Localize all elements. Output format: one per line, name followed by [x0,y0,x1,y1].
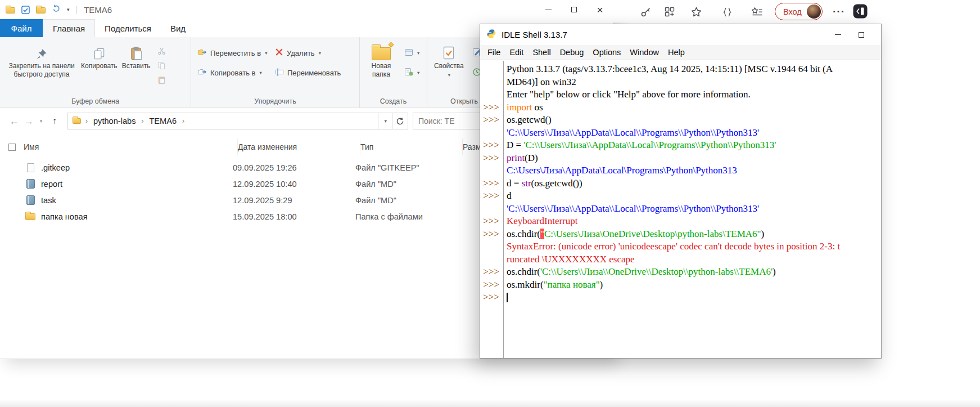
shell-prompt: >>> [480,291,503,305]
breadcrumb-chevron-icon: › [140,117,144,125]
breadcrumb-item[interactable]: ТЕМА6 [146,117,180,126]
rename-button[interactable]: Переименовать [273,66,352,79]
titlebar-separator: | [76,5,78,14]
history-dropdown-icon[interactable]: ▾ [36,118,46,124]
file-name: .gitkeep [36,163,233,172]
pin-to-quick-access-button[interactable]: Закрепить на панели быстрого доступа [4,41,79,80]
address-bar[interactable]: ›python-labs›ТЕМА6› ▾ [67,113,392,129]
delete-label: Удалить [287,49,315,57]
signin-button[interactable]: Вход [775,3,823,20]
shell-prompt: >>> [480,279,503,292]
shell-prompt: >>> [480,139,503,152]
address-dropdown-icon[interactable]: ▾ [378,113,392,129]
favorites-bar-icon[interactable] [750,5,764,19]
maximize-button[interactable] [561,0,587,19]
idle-titlebar[interactable]: IDLE Shell 3.13.7 [480,24,881,45]
column-type[interactable]: Тип [360,138,462,155]
easy-access-button[interactable]: ▾ [403,66,421,79]
md-icon [25,179,36,189]
close-button[interactable]: × [587,0,613,19]
file-modified: 12.09.2025 10:40 [233,180,355,189]
delete-icon [275,48,283,58]
properties-quick-icon[interactable] [21,6,30,14]
paste-shortcut-icon[interactable] [157,76,166,87]
chevron-down-icon: ▾ [417,70,419,75]
idle-minimize-button[interactable] [826,24,850,45]
up-button[interactable]: ↑ [46,116,63,126]
tab-file[interactable]: Файл [0,19,43,37]
pin-label: Закрепить на панели быстрого доступа [7,62,76,79]
cut-icon[interactable] [157,47,166,57]
idle-window-title: IDLE Shell 3.13.7 [502,30,567,39]
breadcrumb-chevron-icon: › [181,117,186,125]
new-folder-quick-icon[interactable] [36,7,46,14]
breadcrumb: ›python-labs›ТЕМА6› [84,117,378,126]
file-modified: 15.09.2025 18:00 [233,212,355,221]
explorer-window-title: ТЕМА6 [84,5,112,15]
favorites-icon[interactable] [689,5,703,19]
tab-view[interactable]: Вид [161,19,195,37]
group-label-create: Создать [360,97,427,105]
file-name: task [36,196,233,205]
minimize-button[interactable] [535,0,561,19]
menu-options[interactable]: Options [588,48,625,57]
paste-button[interactable]: Вставить [120,41,153,72]
shell-line: >>>d [480,190,881,203]
shell-prompt [480,203,503,216]
shell-prompt: >>> [480,152,503,165]
refresh-button[interactable] [392,113,408,129]
shell-line: Enter "help" below or click "Help" above… [480,88,881,101]
qat-dropdown-icon[interactable]: ▾ [67,7,70,12]
breadcrumb-item[interactable]: python-labs [90,117,139,126]
pin-icon [35,42,48,60]
delete-button[interactable]: Удалить ▾ [273,46,352,60]
redo-quick-icon[interactable] [52,4,61,15]
shell-line: >>>os.getcwd() [480,114,881,127]
copy-to-label: Копировать в [210,69,256,77]
column-name[interactable]: Имя [24,138,237,155]
properties-button[interactable]: Свойства ▾ [432,41,466,80]
tab-share[interactable]: Поделиться [95,19,161,37]
copy-button[interactable]: Копировать [79,41,120,72]
menu-edit[interactable]: Edit [505,48,528,57]
tab-home[interactable]: Главная [43,19,95,37]
signin-label: Вход [783,7,802,16]
shell-line: runcated \UXXXXXXXX escape [480,253,881,266]
shell-text-area[interactable]: Python 3.13.7 (tags/v3.13.7:bcee1c3, Aug… [480,61,881,358]
key-icon[interactable] [639,5,652,19]
shell-line: >>>D = 'C:\\Users\\Лиза\\AppData\\Local\… [480,139,881,152]
file-type: Файл "GITKEEP" [355,163,458,172]
forward-button[interactable]: → [21,115,36,127]
shell-prompt: >>> [480,114,503,127]
copy-path-icon[interactable] [157,61,166,72]
menu-file[interactable]: File [483,48,505,57]
group-label-clipboard: Буфер обмена [0,97,191,105]
menu-window[interactable]: Window [625,48,663,57]
idle-maximize-button[interactable] [850,24,873,45]
copy-to-button[interactable]: Копировать в ▾ [196,66,273,79]
back-button[interactable]: ← [7,115,21,127]
select-all-checkbox[interactable] [8,144,16,151]
new-folder-button[interactable]: Новая папка [364,41,398,80]
new-item-button[interactable]: ▾ [403,46,421,60]
shell-prompt [480,88,503,101]
idle-app-icon [486,29,496,41]
explorer-titlebar[interactable]: ▾ | ТЕМА6 × [0,0,613,19]
menu-debug[interactable]: Debug [556,48,589,57]
prompt-gutter-divider [503,61,504,358]
copy-to-icon [197,67,207,78]
move-to-button[interactable]: Переместить в ▾ [196,46,273,60]
column-modified[interactable]: Дата изменения [237,138,360,155]
file-type: Папка с файлами [355,212,458,221]
shell-line: >>>KeyboardInterrupt [480,215,881,228]
file-name: report [36,180,233,189]
menu-help[interactable]: Help [663,48,689,57]
breadcrumb-chevron-icon: › [84,117,89,125]
more-icon[interactable]: ··· [832,5,846,19]
collections-icon[interactable] [663,5,676,19]
sidebar-icon[interactable] [853,4,868,19]
extensions-icon[interactable] [720,5,734,19]
text-cursor [507,293,508,302]
shell-prompt [480,164,503,177]
menu-shell[interactable]: Shell [528,48,555,57]
